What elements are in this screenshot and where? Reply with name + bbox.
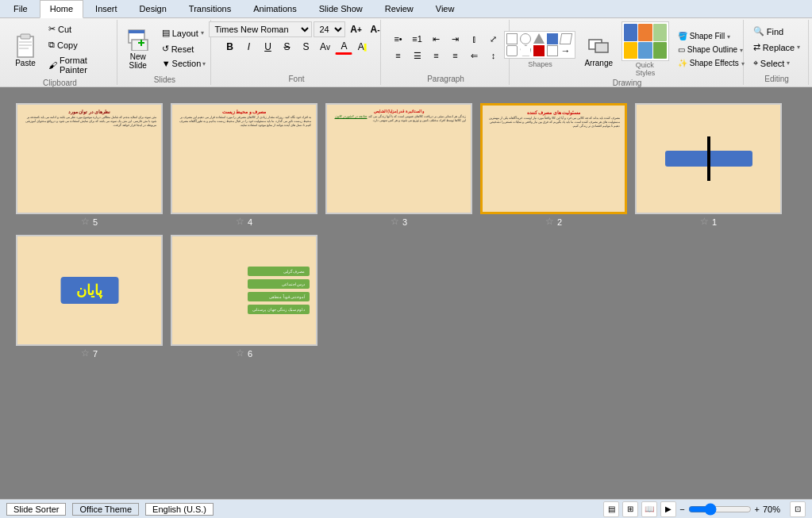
tab-review[interactable]: Review [375, 0, 424, 17]
tab-transitions[interactable]: Transitions [179, 0, 241, 17]
shape-square[interactable] [547, 45, 558, 56]
para-col: ≡• ≡1 ⇤ ⇥ ⫿ ⤢ ≡ ☰ ≡ ≡ ⇐ ↕ [390, 31, 502, 63]
numbering-button[interactable]: ≡1 [409, 31, 426, 47]
slide-sorter-view-button[interactable]: ⊞ [622, 501, 638, 517]
tab-file[interactable]: File [3, 0, 38, 17]
align-left-button[interactable]: ≡ [390, 48, 407, 63]
reset-icon: ↺ [162, 44, 169, 54]
shape-parallelogram[interactable] [560, 33, 572, 44]
replace-button[interactable]: ⇄ Replace ▾ [749, 40, 804, 55]
slide5-body: متن نمونه برای اسلاید پنجم که شامل مطالب… [22, 116, 156, 128]
zoom-slider[interactable] [688, 505, 752, 513]
shape-pentagon[interactable] [520, 45, 531, 56]
bullets-button[interactable]: ≡• [390, 31, 407, 47]
tab-insert[interactable]: Insert [85, 0, 128, 17]
office-theme-tab[interactable]: Office Theme [72, 503, 139, 516]
shape-red[interactable] [533, 45, 545, 56]
reset-button[interactable]: ↺ Reset [158, 41, 210, 56]
slide-content-3: و الستاثيرة قدر (مزايا) الشايص زندگی هر … [327, 105, 471, 213]
tab-design[interactable]: Design [129, 0, 177, 17]
slide-star-1: ☆ [700, 216, 709, 227]
tab-view[interactable]: View [425, 0, 465, 17]
cut-button[interactable]: ✂ Cut [44, 21, 112, 36]
decrease-font-button[interactable]: A- [366, 21, 383, 37]
select-button[interactable]: ⌖ Select ▾ [749, 56, 804, 71]
quick-styles-button[interactable] [622, 21, 669, 61]
layout-button[interactable]: ▤ Layout ▾ [158, 25, 210, 40]
slide1-content [637, 105, 780, 213]
slide-wrapper-7: پایان ☆ 7 [16, 235, 163, 359]
tab-home[interactable]: Home [40, 0, 83, 18]
fit-window-button[interactable]: ⊡ [790, 501, 806, 517]
underline-button[interactable]: U [259, 39, 276, 55]
shape-triangle[interactable] [533, 33, 545, 44]
zoom-minus-button[interactable]: − [679, 505, 684, 514]
shape-fill-button[interactable]: 🪣 Shape Fill ▾ [672, 30, 750, 42]
rtl-button[interactable]: ⇐ [466, 48, 483, 63]
slide-number-1: 1 [712, 217, 717, 227]
shape-outline-button[interactable]: ▭ Shape Outline ▾ [672, 44, 750, 56]
shape-effects-button[interactable]: ✨ Shape Effects ▾ [672, 57, 750, 69]
effects-icon: ✨ [678, 59, 687, 67]
language-tab[interactable]: English (U.S.) [145, 503, 214, 516]
qs-5 [638, 42, 652, 59]
slide-thumb-1[interactable] [635, 103, 782, 214]
slide-star-3: ☆ [391, 216, 399, 227]
increase-indent-button[interactable]: ⇥ [447, 31, 464, 47]
justify-button[interactable]: ≡ [447, 48, 464, 63]
section-button[interactable]: ▼ Section ▾ [158, 57, 210, 70]
italic-button[interactable]: I [240, 39, 257, 55]
shape-arrow[interactable]: → [560, 45, 571, 56]
bold-button[interactable]: B [221, 39, 238, 55]
font-size-select[interactable]: 24 [314, 21, 345, 37]
slide-thumb-6[interactable]: مصرف گرایی درس اجتماعی آموختنی قویاً منط… [171, 235, 317, 346]
new-slide-icon [125, 25, 151, 51]
font-color-button[interactable]: A [335, 39, 352, 55]
increase-font-button[interactable]: A+ [347, 21, 364, 37]
strikethrough-button[interactable]: S [278, 39, 295, 55]
align-center-button[interactable]: ☰ [409, 48, 426, 63]
slide-number-3: 3 [402, 217, 407, 227]
slide-content-5: نظرهای در توان مورد متن نمونه برای اسلای… [17, 105, 161, 213]
zoom-plus-button[interactable]: + [755, 505, 760, 514]
shape-rounded-rect[interactable] [506, 45, 518, 56]
arrange-button[interactable]: Arrange [579, 28, 618, 71]
reading-view-button[interactable]: 📖 [641, 501, 657, 517]
slide-star-5: ☆ [81, 216, 90, 227]
zoom-level: 70% [763, 505, 787, 514]
tab-slide-show[interactable]: Slide Show [309, 0, 373, 17]
slide-sorter-tab[interactable]: Slide Sorter [6, 503, 66, 516]
slide-thumb-4[interactable]: مصرف و محیط زیست به افراد خود نگاه کنید.… [171, 103, 317, 214]
shape-circle[interactable] [520, 33, 531, 44]
copy-button[interactable]: ⧉ Copy [44, 37, 112, 52]
slideshow-view-button[interactable]: ▶ [660, 501, 676, 517]
slide-thumb-2[interactable]: مسئولیت های مصرف کننده مصرف کننده باید ب… [480, 103, 627, 214]
smartart-button[interactable]: ⤢ [485, 31, 502, 47]
paste-button[interactable]: Paste [8, 28, 43, 71]
slide-sorter[interactable]: نظرهای در توان مورد متن نمونه برای اسلای… [0, 87, 812, 499]
slide-content-4: مصرف و محیط زیست به افراد خود نگاه کنید.… [172, 105, 316, 213]
new-slide-button[interactable]: NewSlide [120, 21, 156, 74]
find-button[interactable]: 🔍 Find [749, 24, 804, 39]
shadow-button[interactable]: S [297, 39, 314, 55]
slide6-btn-2: درس اجتماعی [248, 279, 310, 289]
decrease-indent-button[interactable]: ⇤ [428, 31, 445, 47]
slide-thumb-5[interactable]: نظرهای در توان مورد متن نمونه برای اسلای… [16, 103, 163, 214]
slide-thumb-7[interactable]: پایان [16, 235, 163, 346]
shape-rect[interactable] [506, 33, 518, 44]
shapes-label: Shapes [528, 60, 552, 68]
normal-view-button[interactable]: ▤ [603, 501, 619, 517]
slide2-title: مسئولیت های مصرف کننده [487, 110, 620, 115]
font-family-select[interactable]: Times New Roman [209, 21, 312, 37]
char-spacing-button[interactable]: Av [316, 39, 333, 55]
align-right-button[interactable]: ≡ [428, 48, 445, 63]
slide-thumb-3[interactable]: و الستاثيرة قدر (مزايا) الشايص زندگی هر … [325, 103, 472, 214]
tab-animations[interactable]: Animations [243, 0, 306, 17]
editing-inner: 🔍 Find ⇄ Replace ▾ ⌖ Select ▾ [749, 21, 804, 73]
highlight-color-button[interactable]: A▌ [354, 39, 371, 55]
shape-blue-rect[interactable] [547, 33, 558, 44]
paste-icon [13, 32, 38, 57]
format-painter-button[interactable]: 🖌 Format Painter [44, 53, 112, 77]
columns-button[interactable]: ⫿ [466, 31, 483, 47]
line-spacing-button[interactable]: ↕ [485, 48, 502, 63]
